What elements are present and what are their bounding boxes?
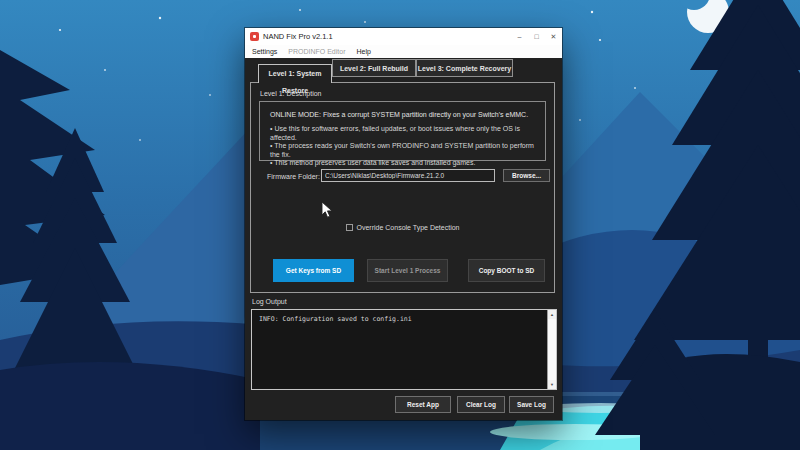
log-console[interactable]: INFO: Configuration saved to config.ini …	[251, 309, 557, 390]
scroll-down-icon[interactable]: ▼	[548, 380, 556, 389]
window-body: Level 1: System Restore Level 2: Full Re…	[245, 58, 562, 420]
log-line: INFO: Configuration saved to config.ini	[252, 310, 546, 389]
menu-prodinfo-editor[interactable]: PRODINFO Editor	[288, 48, 345, 55]
override-checkbox-label: Override Console Type Detection	[357, 224, 460, 231]
scroll-up-icon[interactable]: ▲	[548, 310, 556, 319]
browse-button[interactable]: Browse...	[503, 169, 550, 182]
override-checkbox-row: Override Console Type Detection	[251, 224, 554, 231]
log-output-label: Log Output	[252, 298, 287, 305]
description-group-box: ONLINE MODE: Fixes a corrupt SYSTEM part…	[259, 101, 546, 161]
titlebar: NAND Fix Pro v2.1.1 – □ ✕	[245, 28, 562, 45]
description-bullet: • This method preserves user data like s…	[270, 159, 535, 168]
firmware-folder-input[interactable]	[321, 169, 495, 182]
description-bullet: • Use this for software errors, failed u…	[270, 125, 535, 142]
minimize-icon[interactable]: –	[511, 28, 528, 45]
tab-strip: Level 1: System Restore Level 2: Full Re…	[258, 59, 513, 83]
app-icon	[250, 32, 259, 41]
description-bullet: • The process reads your Switch's own PR…	[270, 142, 535, 159]
window-title: NAND Fix Pro v2.1.1	[263, 32, 511, 41]
desktop: NAND Fix Pro v2.1.1 – □ ✕ Settings PRODI…	[0, 0, 800, 450]
tab-level3-complete-recovery[interactable]: Level 3: Complete Recovery	[416, 59, 513, 77]
tab-level1-system-restore[interactable]: Level 1: System Restore	[258, 64, 332, 83]
start-level1-process-button[interactable]: Start Level 1 Process	[367, 259, 448, 282]
maximize-icon[interactable]: □	[528, 28, 545, 45]
description-headline: ONLINE MODE: Fixes a corrupt SYSTEM part…	[270, 110, 535, 119]
close-icon[interactable]: ✕	[545, 28, 562, 45]
override-checkbox[interactable]	[346, 224, 353, 231]
get-keys-from-sd-button[interactable]: Get Keys from SD	[273, 259, 354, 282]
log-scrollbar[interactable]: ▲ ▼	[547, 310, 556, 389]
app-window: NAND Fix Pro v2.1.1 – □ ✕ Settings PRODI…	[245, 28, 562, 420]
menubar: Settings PRODINFO Editor Help	[245, 45, 562, 58]
reset-app-button[interactable]: Reset App	[395, 396, 451, 413]
save-log-button[interactable]: Save Log	[509, 396, 554, 413]
menu-help[interactable]: Help	[356, 48, 370, 55]
scrollbar-thumb[interactable]	[548, 319, 556, 380]
menu-settings[interactable]: Settings	[252, 48, 277, 55]
clear-log-button[interactable]: Clear Log	[457, 396, 505, 413]
copy-boot-to-sd-button[interactable]: Copy BOOT to SD	[468, 259, 545, 282]
firmware-folder-label: Firmware Folder:	[267, 173, 320, 180]
tab-level2-full-rebuild[interactable]: Level 2: Full Rebuild	[332, 59, 416, 77]
tab-panel-level1: Level 1: Description ONLINE MODE: Fixes …	[250, 82, 555, 293]
description-bullets: • Use this for software errors, failed u…	[270, 125, 535, 168]
